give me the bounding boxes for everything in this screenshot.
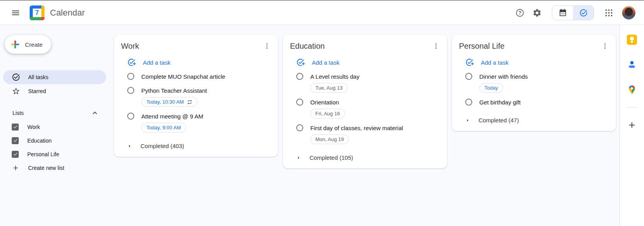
tasks-view-button[interactable] — [573, 6, 594, 20]
task-body: Get birthday gift — [479, 98, 521, 107]
main-menu-button[interactable] — [7, 4, 24, 21]
sidebar-list-label: Education — [27, 138, 52, 144]
help-button[interactable]: ? — [511, 4, 528, 21]
maps-button[interactable] — [627, 85, 637, 95]
caret-right-icon — [464, 117, 471, 124]
caret-right-icon — [126, 143, 133, 149]
calendar-logo-icon: 7 — [30, 5, 44, 20]
sidebar-item-starred[interactable]: Starred — [3, 84, 106, 98]
board-title: Education — [290, 42, 325, 51]
maps-pin-icon — [627, 85, 637, 95]
add-task-button[interactable]: Add a task — [290, 55, 340, 70]
add-task-icon — [127, 58, 136, 67]
board-menu-button[interactable] — [261, 40, 273, 52]
sidebar-item-label: Starred — [28, 88, 46, 94]
task-list-card: Work Add a task Complete MUO Snapchat ar… — [114, 35, 278, 157]
task-check-icon — [579, 9, 588, 17]
calendar-view-button[interactable] — [552, 6, 573, 20]
completed-toggle[interactable]: Completed (403) — [121, 139, 186, 153]
task-date-chip[interactable]: Mon, Aug 19 — [310, 134, 349, 144]
board-menu-button[interactable] — [430, 40, 442, 52]
task-complete-circle[interactable] — [127, 87, 134, 94]
checkbox-checked-icon[interactable] — [12, 137, 19, 144]
google-apps-button[interactable] — [600, 4, 617, 21]
sidebar-list-item[interactable]: Work — [3, 120, 106, 134]
completed-label: Completed (105) — [310, 154, 353, 161]
create-new-list-button[interactable]: Create new list — [3, 161, 106, 175]
boards: Work Add a task Complete MUO Snapchat ar… — [113, 25, 619, 226]
task-list: A Level results day Tue, Aug 13 Orientat… — [290, 70, 440, 147]
completed-toggle[interactable]: Completed (105) — [290, 151, 355, 164]
apps-grid-icon — [604, 8, 614, 18]
completed-toggle[interactable]: Completed (47) — [459, 113, 520, 127]
task-date-chip[interactable]: Today — [479, 83, 503, 93]
contacts-button[interactable] — [627, 60, 637, 70]
task-complete-circle[interactable] — [296, 73, 303, 80]
add-task-button[interactable]: Add a task — [459, 55, 509, 70]
task-row[interactable]: Get birthday gift — [459, 95, 609, 109]
sidebar-list-label: Work — [27, 124, 40, 130]
view-toggle — [552, 5, 594, 20]
task-date-chip-label: Mon, Aug 19 — [315, 136, 344, 142]
board-header: Personal Life — [459, 40, 609, 52]
board-title: Personal Life — [459, 42, 505, 51]
contacts-icon — [627, 60, 637, 70]
sidebar-list-item[interactable]: Personal Life — [3, 147, 106, 161]
checkbox-checked-icon[interactable] — [12, 151, 19, 158]
sidebar-list-item[interactable]: Education — [3, 134, 106, 147]
task-row[interactable]: A Level results day Tue, Aug 13 — [290, 70, 440, 95]
checkbox-checked-icon[interactable] — [12, 124, 19, 131]
task-title: Orientation — [310, 98, 339, 107]
create-new-list-label: Create new list — [28, 165, 64, 171]
help-icon: ? — [515, 8, 525, 18]
task-complete-circle[interactable] — [127, 73, 134, 80]
logo-day-number: 7 — [33, 9, 41, 17]
collapse-lists-button[interactable] — [91, 109, 99, 117]
task-title: A Level results day — [310, 72, 359, 81]
task-date-chip[interactable]: Tue, Aug 13 — [310, 83, 348, 93]
settings-button[interactable] — [528, 4, 546, 21]
task-row[interactable]: Python Teacher Assistant Today, 10:30 AM — [121, 84, 271, 109]
sidebar: Create All tasks Starred Lists Work — [0, 25, 113, 226]
profile-avatar[interactable] — [622, 6, 635, 19]
task-complete-circle[interactable] — [296, 124, 303, 131]
task-date-chip[interactable]: Today, 10:30 AM — [141, 97, 197, 107]
sidebar-item-all-tasks[interactable]: All tasks — [3, 70, 106, 84]
task-complete-circle[interactable] — [465, 73, 472, 80]
task-row[interactable]: Complete MUO Snapchat article — [121, 70, 271, 84]
task-row[interactable]: Dinner with friends Today — [459, 70, 609, 95]
board-menu-button[interactable] — [599, 40, 611, 52]
get-add-ons-button[interactable] — [627, 120, 637, 130]
caret-right-icon — [295, 155, 302, 161]
task-date-chip-label: Tue, Aug 13 — [315, 85, 343, 91]
task-date-chip[interactable]: Fri, Aug 16 — [310, 109, 345, 118]
board-header: Education — [290, 40, 440, 52]
task-row[interactable]: Attend meeting @ 9 AM Today, 9:00 AM — [121, 109, 271, 135]
side-panel-divider — [627, 107, 637, 108]
task-date-chip[interactable]: Today, 9:00 AM — [141, 123, 186, 132]
task-date-chip-label: Fri, Aug 16 — [315, 111, 340, 117]
task-row[interactable]: First day of classes, review material Mo… — [290, 121, 440, 147]
task-title: Get birthday gift — [479, 98, 521, 107]
task-body: Orientation Fri, Aug 16 — [310, 98, 345, 118]
task-row[interactable]: Orientation Fri, Aug 16 — [290, 95, 440, 121]
kebab-menu-icon — [432, 42, 439, 49]
topbar: 7 Calendar ? — [0, 1, 644, 25]
app-title: Calendar — [50, 8, 85, 18]
add-task-label: Add a task — [143, 59, 171, 66]
task-title: First day of classes, review material — [310, 124, 403, 132]
task-complete-circle[interactable] — [465, 99, 472, 106]
keep-button[interactable] — [627, 35, 637, 45]
add-task-icon — [296, 58, 305, 67]
gear-icon — [532, 8, 542, 18]
completed-label: Completed (47) — [479, 117, 519, 124]
sidebar-nav: All tasks Starred — [0, 70, 113, 98]
task-complete-circle[interactable] — [296, 99, 303, 106]
create-button[interactable]: Create — [5, 35, 51, 54]
add-task-button[interactable]: Add a task — [121, 55, 171, 70]
task-complete-circle[interactable] — [127, 113, 134, 120]
task-title: Python Teacher Assistant — [141, 87, 207, 95]
task-list: Complete MUO Snapchat article Python Tea… — [121, 70, 271, 135]
calendar-icon — [559, 9, 567, 17]
task-body: Complete MUO Snapchat article — [141, 72, 225, 81]
